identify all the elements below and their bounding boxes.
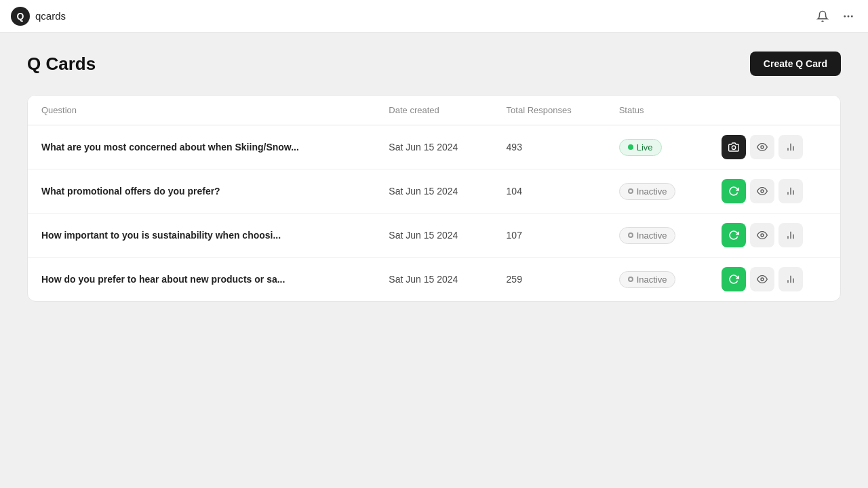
svg-point-1 [848, 15, 850, 17]
question-cell: What are you most concerned about when S… [28, 125, 375, 169]
camera-icon [728, 142, 739, 152]
svg-point-3 [732, 146, 735, 149]
refresh-button[interactable] [722, 223, 746, 247]
action-buttons [722, 267, 827, 291]
refresh-icon [728, 186, 739, 197]
table-row: How do you prefer to hear about new prod… [28, 258, 840, 302]
responses-cell: 104 [493, 169, 606, 214]
refresh-icon [728, 274, 739, 285]
action-buttons [722, 179, 827, 203]
page-title: Q Cards [27, 54, 96, 75]
table-row: What promotional offers do you prefer?Sa… [28, 169, 840, 214]
refresh-button[interactable] [722, 267, 746, 291]
svg-point-4 [761, 146, 764, 148]
svg-point-0 [844, 15, 846, 17]
refresh-icon [728, 230, 739, 241]
app-logo: Q [11, 7, 30, 26]
status-badge: Inactive [619, 183, 676, 200]
svg-point-12 [761, 234, 764, 237]
live-dot-icon [628, 144, 633, 150]
inactive-dot-icon [628, 232, 633, 238]
status-cell: Inactive [606, 169, 708, 214]
date-cell: Sat Jun 15 2024 [375, 125, 492, 169]
chart-button[interactable] [778, 267, 803, 291]
responses-cell: 107 [493, 214, 606, 258]
date-cell: Sat Jun 15 2024 [375, 169, 492, 214]
view-button[interactable] [750, 179, 774, 203]
date-cell: Sat Jun 15 2024 [375, 258, 492, 302]
cards-table-wrapper: Question Date created Total Responses St… [27, 95, 841, 302]
responses-cell: 493 [493, 125, 606, 169]
action-buttons [722, 135, 827, 159]
svg-point-16 [761, 278, 764, 281]
status-badge: Inactive [619, 271, 676, 288]
cards-table: Question Date created Total Responses St… [28, 96, 840, 301]
table-row: What are you most concerned about when S… [28, 125, 840, 169]
svg-point-8 [761, 190, 764, 192]
app-name: qcards [35, 10, 66, 22]
refresh-button[interactable] [722, 179, 746, 203]
question-cell: How do you prefer to hear about new prod… [28, 258, 375, 302]
eye-icon [757, 186, 768, 197]
date-cell: Sat Jun 15 2024 [375, 214, 492, 258]
eye-icon [757, 142, 768, 152]
col-header-responses: Total Responses [493, 96, 606, 125]
actions-cell [708, 125, 840, 169]
actions-cell [708, 214, 840, 258]
action-buttons [722, 223, 827, 247]
question-cell: How important to you is sustainability w… [28, 214, 375, 258]
col-header-question: Question [28, 96, 375, 125]
view-button[interactable] [750, 223, 774, 247]
status-label: Inactive [637, 186, 667, 197]
col-header-actions [708, 96, 840, 125]
table-body: What are you most concerned about when S… [28, 125, 840, 302]
more-options-button[interactable] [840, 7, 857, 25]
chart-button[interactable] [778, 135, 803, 159]
actions-cell [708, 169, 840, 214]
col-header-status: Status [606, 96, 708, 125]
bell-icon [816, 10, 829, 22]
actions-cell [708, 258, 840, 302]
inactive-dot-icon [628, 188, 633, 194]
page-header: Q Cards Create Q Card [27, 52, 841, 76]
eye-icon [757, 230, 768, 241]
main-content: Q Cards Create Q Card Question Date crea… [0, 33, 868, 321]
table-row: How important to you is sustainability w… [28, 214, 840, 258]
status-label: Live [637, 142, 653, 152]
col-header-date: Date created [375, 96, 492, 125]
navbar-right [814, 7, 857, 25]
status-cell: Inactive [606, 214, 708, 258]
status-cell: Inactive [606, 258, 708, 302]
more-icon [842, 10, 854, 22]
eye-icon [757, 274, 768, 285]
status-badge: Live [619, 139, 662, 156]
notification-bell-button[interactable] [814, 7, 831, 25]
navbar-left: Q qcards [11, 7, 66, 26]
chart-button[interactable] [778, 179, 803, 203]
chart-icon [785, 142, 796, 152]
table-header: Question Date created Total Responses St… [28, 96, 840, 125]
view-button[interactable] [750, 267, 774, 291]
status-cell: Live [606, 125, 708, 169]
question-cell: What promotional offers do you prefer? [28, 169, 375, 214]
chart-button[interactable] [778, 223, 803, 247]
camera-button[interactable] [722, 135, 746, 159]
status-label: Inactive [637, 274, 667, 285]
chart-icon [785, 230, 796, 241]
svg-point-2 [851, 15, 853, 17]
view-button[interactable] [750, 135, 774, 159]
chart-icon [785, 186, 796, 197]
chart-icon [785, 274, 796, 285]
inactive-dot-icon [628, 277, 633, 282]
navbar: Q qcards [0, 0, 868, 33]
create-q-card-button[interactable]: Create Q Card [750, 52, 841, 76]
status-badge: Inactive [619, 227, 676, 244]
status-label: Inactive [637, 230, 667, 241]
responses-cell: 259 [493, 258, 606, 302]
